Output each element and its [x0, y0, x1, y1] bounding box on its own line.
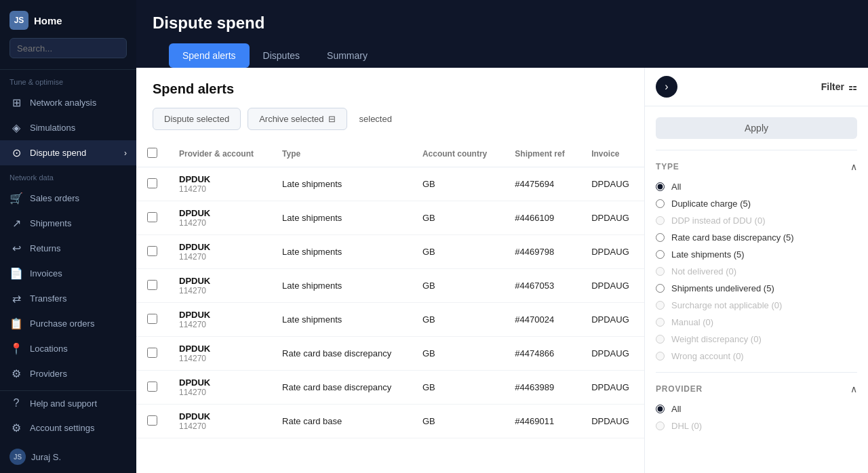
filter-type-radio-all[interactable] — [656, 182, 665, 191]
provider-name: DPDUK — [179, 174, 260, 184]
row-country-cell: GB — [412, 201, 504, 235]
apply-button[interactable]: Apply — [656, 117, 857, 139]
row-type-cell: Rate card base — [271, 405, 412, 438]
archive-selected-button[interactable]: Archive selected ⊟ — [248, 108, 347, 130]
filter-type-radio-duplicate-charge[interactable] — [656, 199, 665, 208]
row-checkbox-4[interactable] — [147, 314, 157, 324]
table-row: DPDUK 114270 Late shipments GB #4469798 … — [136, 235, 644, 269]
archive-label: Archive selected — [259, 114, 323, 124]
sidebar-item-shipments[interactable]: ↗ Shipments — [0, 211, 136, 236]
provider-name: DPDUK — [179, 208, 260, 218]
sidebar-item-network-analysis[interactable]: ⊞ Network analysis — [0, 90, 136, 115]
row-checkbox-2[interactable] — [147, 246, 157, 256]
filter-label-button[interactable]: Filter ⚏ — [821, 81, 857, 92]
row-type-cell: Late shipments — [271, 167, 412, 201]
filter-provider-header: PROVIDER ∧ — [656, 384, 857, 394]
sidebar-item-simulations[interactable]: ◈ Simulations — [0, 115, 136, 140]
provider-name: DPDUK — [179, 411, 260, 421]
filter-toggle-button[interactable]: › — [656, 76, 677, 98]
provider-name: DPDUK — [179, 310, 260, 320]
filter-icon: ⚏ — [848, 81, 857, 92]
row-checkbox-5[interactable] — [147, 348, 157, 358]
filter-type-option-shipments-undelivered[interactable]: Shipments undelivered (5) — [656, 283, 857, 293]
filter-type-header: TYPE ∧ — [656, 161, 857, 172]
logo-icon: JS — [9, 11, 28, 30]
sidebar-item-network-analysis-label: Network analysis — [30, 98, 96, 108]
sidebar-item-purchase-orders-label: Purchase orders — [30, 318, 94, 329]
filter-provider-radio-all[interactable] — [656, 405, 665, 413]
sidebar-search-input[interactable] — [17, 43, 131, 54]
row-country-cell: GB — [412, 269, 504, 303]
table-row: DPDUK 114270 Late shipments GB #4466109 … — [136, 201, 644, 235]
filter-type-option-all[interactable]: All — [656, 182, 857, 192]
row-country-cell: GB — [412, 303, 504, 337]
row-provider-cell: DPDUK 114270 — [168, 371, 271, 405]
sidebar-item-sales-orders[interactable]: 🛒 Sales orders — [0, 186, 136, 211]
filter-provider-option-all[interactable]: All — [656, 404, 857, 414]
filter-type-option-duplicate-charge[interactable]: Duplicate charge (5) — [656, 199, 857, 209]
sidebar-item-returns-label: Returns — [30, 243, 61, 253]
col-checkbox — [136, 141, 168, 167]
row-checkbox-3[interactable] — [147, 280, 157, 290]
filter-provider-title: PROVIDER — [656, 384, 703, 394]
sidebar-item-transfers-label: Transfers — [30, 293, 66, 304]
sidebar-item-account-settings[interactable]: ⚙ Account settings — [0, 415, 136, 440]
sidebar-item-help-label: Help and support — [30, 398, 97, 409]
filter-type-radio-shipments-undelivered[interactable] — [656, 284, 665, 293]
sidebar-item-returns[interactable]: ↩ Returns — [0, 236, 136, 261]
row-type-cell: Late shipments — [271, 201, 412, 235]
sidebar-item-help[interactable]: ? Help and support — [0, 391, 136, 415]
row-checkbox-0[interactable] — [147, 178, 157, 188]
sidebar-item-shipments-label: Shipments — [30, 218, 71, 228]
provider-name: DPDUK — [179, 344, 260, 354]
row-checkbox-cell — [136, 405, 168, 438]
tab-summary[interactable]: Summary — [313, 43, 381, 68]
row-checkbox-cell — [136, 303, 168, 337]
sidebar-bottom: ? Help and support ⚙ Account settings JS… — [0, 390, 136, 473]
filter-type-option-rate-card-base[interactable]: Rate card base discrepancy (5) — [656, 232, 857, 243]
sidebar-item-purchase-orders[interactable]: 📋 Purchase orders — [0, 311, 136, 336]
transfers-icon: ⇄ — [9, 292, 23, 305]
sidebar-item-dispute-spend[interactable]: ⊙ Dispute spend › — [0, 140, 136, 165]
sidebar-item-locations-label: Locations — [30, 344, 68, 354]
col-country: Account country — [412, 141, 504, 167]
chevron-right-icon: › — [124, 148, 127, 158]
filter-type-collapse-icon[interactable]: ∧ — [850, 161, 857, 172]
sidebar-logo[interactable]: JS Home — [9, 11, 127, 30]
filter-type-radio-rate-card-base[interactable] — [656, 233, 665, 242]
filter-type-radio-surcharge-not-applicable — [656, 301, 665, 310]
row-checkbox-cell — [136, 269, 168, 303]
sidebar-item-providers[interactable]: ⚙ Providers — [0, 361, 136, 386]
filter-type-option-manual: Manual (0) — [656, 317, 857, 327]
filter-type-option-late-shipments[interactable]: Late shipments (5) — [656, 249, 857, 260]
filter-top: › Filter ⚏ — [645, 68, 868, 106]
row-checkbox-7[interactable] — [147, 415, 157, 426]
user-avatar: JS — [9, 449, 26, 465]
archive-icon: ⊟ — [328, 114, 336, 124]
sidebar-item-dispute-spend-label: Dispute spend — [30, 148, 86, 158]
filter-type-radio-late-shipments[interactable] — [656, 250, 665, 259]
provider-name: DPDUK — [179, 242, 260, 252]
row-provider-cell: DPDUK 114270 — [168, 303, 271, 337]
row-checkbox-cell — [136, 201, 168, 235]
select-all-checkbox[interactable] — [147, 148, 157, 158]
tab-disputes[interactable]: Disputes — [250, 43, 313, 68]
row-checkbox-6[interactable] — [147, 382, 157, 392]
sidebar-item-transfers[interactable]: ⇄ Transfers — [0, 286, 136, 311]
filter-type-label-shipments-undelivered: Shipments undelivered (5) — [671, 283, 774, 293]
dispute-selected-button[interactable]: Dispute selected — [153, 108, 241, 130]
row-type-cell: Late shipments — [271, 269, 412, 303]
sidebar-user[interactable]: JS Juraj S. — [0, 440, 136, 473]
row-invoice-cell: DPDAUG — [580, 269, 644, 303]
sidebar-item-locations[interactable]: 📍 Locations — [0, 336, 136, 361]
tab-spend-alerts[interactable]: Spend alerts — [169, 43, 250, 68]
sidebar-item-providers-label: Providers — [30, 369, 67, 379]
row-country-cell: GB — [412, 167, 504, 201]
filter-provider-collapse-icon[interactable]: ∧ — [850, 384, 857, 394]
row-type-cell: Late shipments — [271, 303, 412, 337]
col-invoice: Invoice — [580, 141, 644, 167]
sidebar-section-network: Network data 🛒 Sales orders ↗ Shipments … — [0, 165, 136, 386]
row-checkbox-1[interactable] — [147, 212, 157, 222]
page-title: Dispute spend — [153, 14, 852, 33]
sidebar-item-invoices[interactable]: 📄 Invoices — [0, 261, 136, 286]
